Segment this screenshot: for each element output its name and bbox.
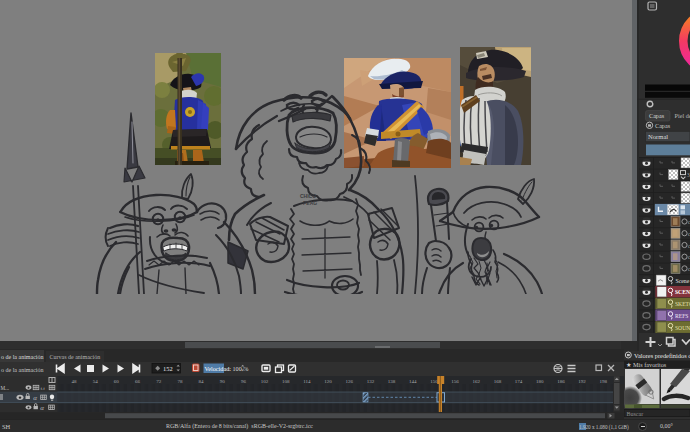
svg-text:152: 152 bbox=[163, 365, 173, 372]
svg-text:SKETCH: SKETCH bbox=[675, 301, 690, 307]
svg-text:168: 168 bbox=[494, 379, 502, 384]
svg-text:198: 198 bbox=[600, 379, 608, 384]
svg-text:192: 192 bbox=[578, 379, 586, 384]
svg-text:108: 108 bbox=[282, 379, 290, 384]
svg-text:SOUND: SOUND bbox=[675, 325, 690, 331]
svg-text:156: 156 bbox=[451, 379, 459, 384]
svg-text:72: 72 bbox=[156, 379, 162, 384]
svg-text:o de la animación: o de la animación bbox=[1, 354, 43, 360]
svg-text:144: 144 bbox=[409, 379, 417, 384]
svg-text:CHICO: CHICO bbox=[300, 193, 316, 199]
svg-text:Buscar: Buscar bbox=[627, 411, 644, 417]
svg-text:54: 54 bbox=[93, 379, 99, 384]
svg-text:Capas: Capas bbox=[655, 122, 671, 129]
svg-text:Capas: Capas bbox=[649, 112, 665, 119]
svg-text:SCENE: SCENE bbox=[675, 289, 690, 295]
svg-text:186: 186 bbox=[557, 379, 565, 384]
svg-text:180: 180 bbox=[536, 379, 544, 384]
svg-text:96: 96 bbox=[241, 379, 247, 384]
svg-text:M...: M... bbox=[1, 385, 10, 391]
svg-text:o de la animación: o de la animación bbox=[1, 367, 43, 373]
svg-text:α: α bbox=[40, 404, 44, 412]
svg-text:90: 90 bbox=[220, 379, 226, 384]
svg-text:162: 162 bbox=[472, 379, 480, 384]
svg-text:REFS: REFS bbox=[675, 313, 688, 319]
svg-text:84: 84 bbox=[199, 379, 205, 384]
svg-text:66: 66 bbox=[135, 379, 141, 384]
svg-text:f.f: f.f bbox=[41, 386, 46, 391]
svg-text:114: 114 bbox=[303, 379, 311, 384]
svg-text:60: 60 bbox=[114, 379, 120, 384]
svg-text:PEAG: PEAG bbox=[303, 200, 317, 206]
svg-text:78: 78 bbox=[177, 379, 183, 384]
svg-text:Scene: Scene bbox=[676, 278, 690, 284]
svg-text:★ Mis favoritos: ★ Mis favoritos bbox=[626, 361, 667, 368]
svg-text:α: α bbox=[33, 394, 37, 402]
svg-text:Normal: Normal bbox=[648, 133, 668, 140]
svg-text:Valores predefinidos de: Valores predefinidos de bbox=[634, 352, 690, 359]
svg-text:48: 48 bbox=[72, 379, 78, 384]
svg-text:150: 150 bbox=[430, 379, 438, 384]
svg-text:102: 102 bbox=[261, 379, 269, 384]
svg-text:120: 120 bbox=[324, 379, 332, 384]
svg-text:174: 174 bbox=[515, 379, 523, 384]
svg-text:138: 138 bbox=[388, 379, 396, 384]
svg-text:Piel de: Piel de bbox=[675, 112, 690, 119]
svg-text:126: 126 bbox=[345, 379, 353, 384]
svg-text:Curvas de animación: Curvas de animación bbox=[50, 354, 101, 360]
svg-text:132: 132 bbox=[367, 379, 375, 384]
